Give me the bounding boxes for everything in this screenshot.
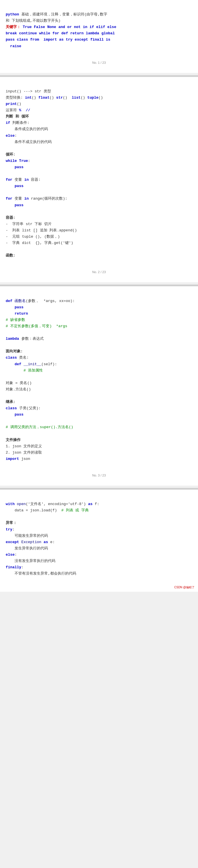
page-section-3: def 函数名(参数， *args, xx=oo): pass return #… [0,286,198,486]
code-content-2: input() ---> str 类型 类型转换: int() float() … [6,82,192,266]
code-content-1: python 基础，搭建环境，注释，变量，标识符(由字母,数字 和 下划线组成,… [6,5,192,56]
page-section-1: python 基础，搭建环境，注释，变量，标识符(由字母,数字 和 下划线组成,… [0,0,198,73]
page-number-2: No. 2 / 23 [6,270,192,274]
code-content-3: def 函数名(参数， *args, xx=oo): pass return #… [6,291,192,468]
page-section-2: input() ---> str 类型 类型转换: int() float() … [0,77,198,283]
page-number-3: No. 3 / 23 [6,474,192,477]
page-section-4: with open('文件名', encoding='utf-8') as f:… [0,490,198,592]
code-content-4: with open('文件名', encoding='utf-8') as f:… [6,495,192,583]
page-number-1: No. 1 / 23 [6,61,192,64]
watermark: CSDN @编程了 [174,585,195,589]
